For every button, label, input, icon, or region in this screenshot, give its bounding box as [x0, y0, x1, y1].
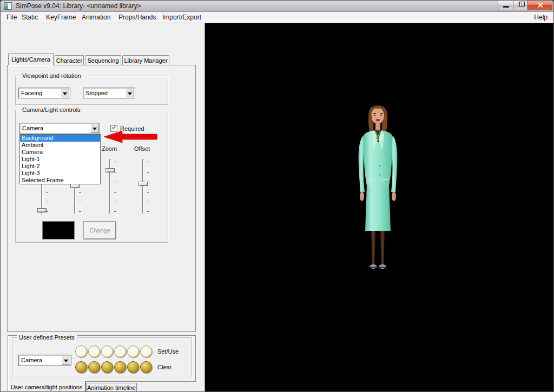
camera-light-target-select[interactable]: Camera [19, 123, 100, 134]
preset-setuse-button-2[interactable] [88, 346, 100, 357]
slider-track[interactable] [142, 160, 144, 214]
zoom-slider[interactable] [105, 158, 118, 215]
viewpoint-select[interactable]: Faceing [18, 88, 70, 98]
restore-button[interactable] [513, 1, 528, 10]
tab-lights-camera[interactable]: Lights/Camera [8, 53, 54, 65]
minimize-button[interactable] [498, 1, 513, 10]
menu-animation[interactable]: Animation [80, 12, 112, 23]
presets-target-value: Camera [21, 355, 61, 365]
title-bar[interactable]: SimPose v9.04: Library- <unnamed library… [1, 1, 554, 12]
list-item-light-3[interactable]: Light-3 [20, 170, 100, 177]
tab-character[interactable]: Character [55, 55, 84, 65]
preset-setuse-button-3[interactable] [101, 346, 113, 357]
offset-slider[interactable] [138, 158, 151, 215]
character-figure [351, 101, 405, 270]
list-item-light-2[interactable]: Light-2 [20, 163, 100, 170]
restore-icon [518, 3, 522, 6]
slider-thumb[interactable] [105, 168, 115, 172]
list-item-background[interactable]: Background [20, 135, 100, 142]
slider-thumb[interactable] [70, 184, 80, 188]
slider-thumb[interactable] [138, 182, 148, 186]
menu-import-export[interactable]: Import/Export [161, 12, 203, 23]
close-icon [537, 2, 543, 8]
menu-static[interactable]: Static [20, 12, 39, 23]
menu-help[interactable]: Help [532, 12, 549, 23]
list-item-light-1[interactable]: Light-1 [20, 156, 100, 163]
presets-target-select[interactable]: Camera [18, 355, 71, 366]
app-icon [4, 2, 12, 10]
tab-user-camera-light-positions[interactable]: User camera/light positions [8, 381, 85, 392]
chevron-down-icon[interactable] [90, 124, 99, 133]
close-button[interactable] [527, 1, 552, 10]
slider-thumb[interactable] [37, 208, 47, 212]
tab-sequencing[interactable]: Sequencing [85, 55, 121, 65]
chevron-down-icon[interactable] [126, 89, 134, 97]
viewpoint-value: Faceing [21, 88, 60, 98]
render-viewport[interactable] [205, 23, 554, 392]
offset-label: Offset [134, 145, 150, 152]
viewpoint-group-title: Viewpoint and rotation [20, 72, 83, 79]
slider-track[interactable] [109, 160, 111, 214]
preset-clear-button-2[interactable] [88, 361, 100, 373]
window-title: SimPose v9.04: Library- <unnamed library… [16, 1, 141, 12]
color-swatch [42, 221, 75, 240]
preset-clear-button-1[interactable] [75, 361, 87, 373]
preset-clear-button-4[interactable] [114, 361, 126, 373]
list-item-ambient[interactable]: Ambient [20, 142, 100, 149]
chevron-down-icon[interactable] [62, 356, 70, 365]
camera-light-group-title: Camera/Light controls [20, 107, 83, 113]
chevron-down-icon[interactable] [61, 89, 69, 97]
presets-group-title: User defined Presets [17, 334, 77, 341]
tab-library-manager[interactable]: Library Manager [122, 55, 169, 65]
set-use-label: Set/Use [157, 348, 179, 355]
app-window: SimPose v9.04: Library- <unnamed library… [0, 0, 554, 392]
rotation-value: Stopped [85, 88, 125, 98]
preset-clear-button-3[interactable] [101, 361, 113, 373]
control-panel: Lights/Camera Character Sequencing Libra… [1, 23, 205, 392]
checkmark-icon [112, 125, 116, 129]
preset-clear-button-6[interactable] [140, 361, 152, 373]
preset-setuse-button-1[interactable] [75, 346, 87, 357]
rotation-select[interactable]: Stopped [83, 88, 135, 98]
clear-label: Clear [157, 364, 172, 370]
minimize-icon [503, 6, 509, 8]
tab-animation-timeline[interactable]: Animation timeline [86, 383, 137, 392]
preset-clear-button-5[interactable] [127, 361, 139, 373]
list-item-camera[interactable]: Camera [20, 149, 100, 156]
preset-setuse-button-6[interactable] [140, 346, 152, 357]
red-arrow-left-icon [104, 131, 157, 143]
list-item-selected-frame[interactable]: Selected Frame [20, 177, 100, 184]
menu-file[interactable]: File [5, 12, 18, 23]
menu-keyframe[interactable]: KeyFrame [44, 12, 77, 23]
preset-setuse-button-5[interactable] [127, 346, 139, 357]
change-button[interactable]: Change [83, 221, 116, 240]
camera-light-dropdown-list: Background Ambient Camera Light-1 Light-… [19, 134, 101, 184]
menu-bar: File Static KeyFrame Animation Props/Han… [1, 12, 554, 23]
camera-light-target-value: Camera [22, 123, 90, 133]
menu-props-hands[interactable]: Props/Hands [117, 12, 157, 23]
preset-setuse-button-4[interactable] [114, 346, 126, 357]
zoom-label: Zoom [102, 145, 117, 152]
